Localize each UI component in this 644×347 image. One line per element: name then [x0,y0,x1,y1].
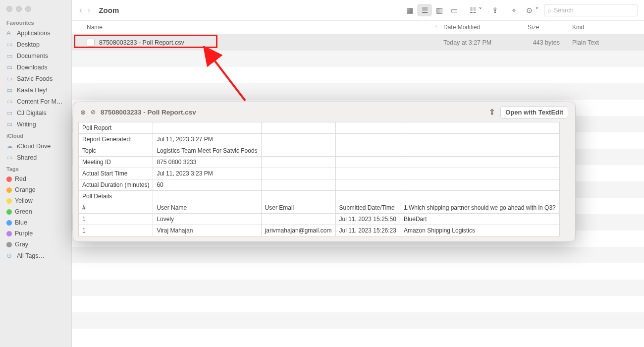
csv-cell: Submitted Date/Time [335,202,400,214]
sidebar-item-label: All Tags… [17,252,45,259]
csv-cell: Poll Report [79,122,153,134]
sidebar-item-label: Yellow [15,197,33,204]
csv-cell: jarivmahajan@gmail.com [261,225,335,236]
window-title: Zoom [99,6,119,14]
view-icons-icon[interactable]: ▦ [402,4,417,16]
sidebar-item-label: Kaata Hey! [17,87,48,94]
fullscreen-window-dot[interactable] [25,6,31,12]
cloud-icon: ☁ [6,142,14,150]
sidebar-tag-item[interactable]: Green [0,206,71,217]
sidebar-item-favourite[interactable]: ▭ Satvic Foods [0,73,71,84]
annotation-highlight-box [74,35,217,48]
column-size[interactable]: Size [528,24,572,31]
folder-icon: ▭ [6,109,14,116]
csv-preview-table: Poll ReportReport Generated:Jul 11, 2023… [78,122,560,236]
sidebar-item-label: Documents [17,53,48,59]
csv-cell [400,191,559,202]
quicklook-share-icon[interactable]: ⇪ [489,108,495,116]
folder-icon: ▭ [6,63,14,71]
csv-cell: Jul 11, 2023 3:27 PM [153,134,261,145]
sidebar-tag-item[interactable]: Orange [0,184,71,195]
toolbar: ‹ › Zoom ▦ ☰ ▥ ▭ ☷ ˅ ⇪ ⌖ ⊙ ˅ ⌕ Search [72,0,644,21]
sidebar-item-favourite[interactable]: ▭ Desktop [0,39,71,50]
sort-caret-icon[interactable]: ⌃ [434,25,438,30]
tag-dot-icon [6,242,12,247]
csv-cell: 1.Which shipping partner should we go ah… [400,202,559,214]
sidebar-group-tags: Tags [0,163,71,174]
close-window-dot[interactable] [6,6,12,12]
sidebar-item-label: iCloud Drive [17,143,51,150]
csv-cell: Poll Details [79,191,153,202]
csv-cell: Jul 11, 2023 3:23 PM [153,168,261,179]
sidebar-item-icloud[interactable]: ☁ iCloud Drive [0,140,71,152]
column-date-modified[interactable]: Date Modified [443,24,528,31]
tags-icon: ⊙ [6,252,14,259]
folder-icon: A [6,29,14,37]
traffic-lights [0,3,71,17]
csv-cell: Amazon Shipping Logistics [400,225,559,236]
csv-cell [261,168,335,179]
csv-cell: Jul 11, 2023 15:25:50 [335,214,400,225]
minimize-window-dot[interactable] [16,6,22,12]
folder-icon: ▭ [6,52,14,59]
sidebar-tag-item[interactable]: Yellow [0,195,71,206]
nav-forward-icon[interactable]: › [86,5,92,15]
sidebar-item-icloud[interactable]: ▭ Shared [0,152,71,163]
sidebar-item-favourite[interactable]: ▭ Writing [0,118,71,130]
more-icon[interactable]: ⊙ ˅ [525,4,540,16]
view-list-icon[interactable]: ☰ [417,4,432,16]
csv-cell: Actual Start Time [79,168,153,179]
csv-cell [400,122,559,134]
sidebar-tag-item[interactable]: Red [0,174,71,184]
csv-cell: BlueDart [400,214,559,225]
view-columns-icon[interactable]: ▥ [432,4,447,16]
file-date-modified: Today at 3:27 PM [443,39,528,46]
svg-line-0 [207,50,245,101]
csv-cell: User Email [261,202,335,214]
open-with-button[interactable]: Open with TextEdit [500,106,568,118]
nav-back-icon[interactable]: ‹ [78,5,84,15]
csv-cell: # [79,202,153,214]
csv-cell [400,168,559,179]
sidebar-item-favourite[interactable]: ▭ CJ Digitals [0,107,71,118]
folder-icon: ▭ [6,120,14,128]
csv-cell [335,157,400,168]
csv-cell [335,134,400,145]
view-gallery-icon[interactable]: ▭ [447,4,462,16]
csv-cell: Viraj Mahajan [153,225,261,236]
sidebar-item-favourite[interactable]: A Applications [0,27,71,39]
csv-cell [261,134,335,145]
annotation-arrow [201,46,250,106]
csv-cell: Meeting ID [79,157,153,168]
csv-cell: User Name [153,202,261,214]
sidebar-item-favourite[interactable]: ▭ Content For M… [0,96,71,107]
sidebar-item-label: Shared [17,154,37,161]
quicklook-close-icon[interactable]: ⊗ [80,109,86,116]
folder-icon: ▭ [6,41,14,48]
sidebar-tag-item[interactable]: Blue [0,217,71,228]
sidebar-item-favourite[interactable]: ▭ Kaata Hey! [0,84,71,96]
sidebar-all-tags[interactable]: ⊙ All Tags… [0,250,71,261]
sidebar-item-favourite[interactable]: ▭ Documents [0,50,71,61]
sidebar-item-label: Downloads [17,64,48,71]
sidebar-item-favourite[interactable]: ▭ Downloads [0,61,71,73]
sidebar-item-label: Red [15,175,26,182]
group-by-icon[interactable]: ☷ ˅ [469,4,483,16]
csv-cell [400,157,559,168]
csv-cell [400,134,559,145]
tag-dot-icon [6,209,12,215]
sidebar-tag-item[interactable]: Gray [0,239,71,250]
sidebar-tag-item[interactable]: Purple [0,228,71,239]
tag-icon[interactable]: ⌖ [506,4,521,16]
file-size: 443 bytes [528,39,572,46]
share-icon[interactable]: ⇪ [487,4,502,16]
csv-cell [261,157,335,168]
csv-cell [153,122,261,134]
columns-header: Name ⌃ Date Modified Size Kind [72,21,644,34]
column-kind[interactable]: Kind [572,24,622,31]
sidebar-item-label: Purple [15,230,33,237]
folder-icon: ▭ [6,98,14,105]
search-input[interactable]: ⌕ Search [544,4,638,16]
csv-cell: 875 0800 3233 [153,157,261,168]
column-name[interactable]: Name [87,24,103,31]
